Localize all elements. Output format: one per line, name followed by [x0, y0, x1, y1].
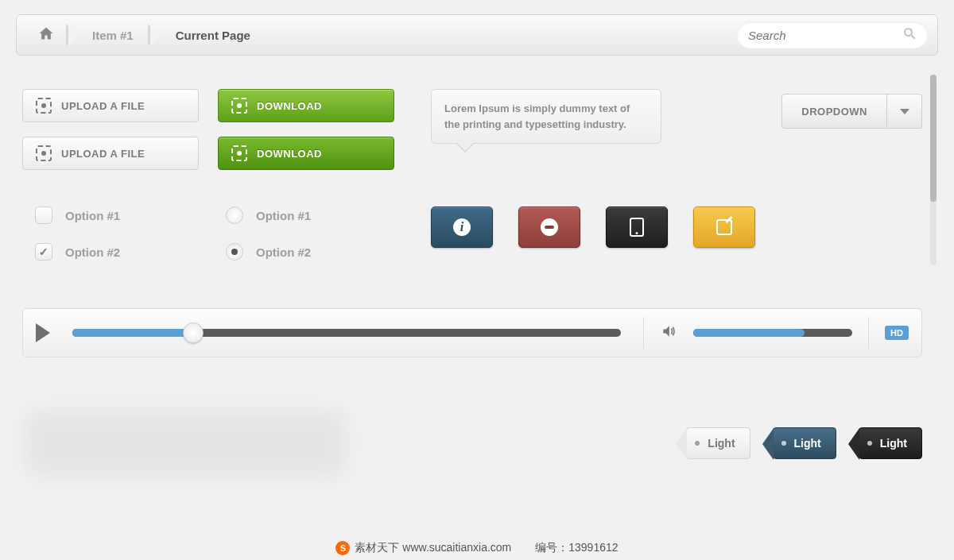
progress-knob[interactable] [183, 322, 204, 343]
checkbox-icon-checked: ✓ [35, 243, 52, 261]
breadcrumb-item[interactable]: Item #1 [86, 29, 148, 42]
upload-label-2: UPLOAD A FILE [61, 148, 145, 160]
info-icon: i [453, 218, 471, 236]
breadcrumb-home[interactable] [26, 15, 66, 55]
download-icon [231, 98, 247, 114]
progress-track[interactable] [72, 329, 621, 337]
dropdown-caret[interactable] [887, 94, 922, 129]
volume-track[interactable] [693, 329, 852, 337]
checkbox-icon [35, 207, 52, 224]
checkbox-label: Option #2 [65, 245, 120, 259]
tag-label: Light [708, 437, 735, 450]
dropdown-label: DROPDOWN [781, 94, 887, 129]
download-label-2: DOWNLOAD [257, 148, 322, 160]
breadcrumb-current: Current Page [168, 29, 258, 42]
blurred-region [27, 411, 345, 475]
checkbox-label: Option #1 [65, 209, 120, 222]
tag-dark[interactable]: Light [859, 427, 922, 459]
tag-light-1[interactable]: Light [686, 427, 750, 459]
checkbox-option-2[interactable]: ✓Option #2 [35, 243, 226, 261]
breadcrumb-bar: Item #1 Current Page [16, 14, 938, 56]
upload-label: UPLOAD A FILE [61, 100, 145, 112]
tag-label: Light [794, 437, 821, 450]
checkbox-option-1[interactable]: Option #1 [35, 207, 226, 224]
volume-fill [693, 329, 805, 337]
tablet-icon [630, 218, 644, 237]
play-icon[interactable] [36, 323, 50, 342]
scrollbar-thumb[interactable] [930, 75, 937, 202]
speaker-icon[interactable] [660, 323, 677, 343]
block-button[interactable] [518, 207, 580, 248]
radio-label: Option #1 [256, 209, 311, 222]
radio-icon-selected [226, 243, 243, 261]
progress-fill [72, 329, 193, 337]
upload-icon [36, 145, 52, 161]
tag-row: Light Light Light [686, 427, 922, 459]
search-input[interactable] [748, 29, 902, 42]
radio-option-2[interactable]: Option #2 [226, 243, 417, 261]
minus-circle-icon [541, 218, 558, 236]
svg-point-0 [905, 29, 912, 36]
home-icon [26, 25, 66, 44]
upload-icon [36, 98, 52, 114]
upload-button[interactable]: UPLOAD A FILE [22, 89, 199, 122]
download-icon [231, 145, 247, 161]
vertical-scrollbar[interactable] [930, 75, 937, 265]
tag-blue[interactable]: Light [773, 427, 836, 459]
svg-line-1 [911, 35, 915, 39]
dropdown[interactable]: DROPDOWN [781, 94, 922, 129]
footer-meta: S素材天下 www.sucaitianxia.com 编号：13991612 [0, 541, 954, 555]
tooltip-text: Lorem Ipsum is simply dummy text of the … [444, 102, 630, 130]
footer-id-label: 编号： [535, 541, 568, 554]
chevron-down-icon [900, 109, 909, 114]
tag-dot-icon [867, 441, 872, 446]
player-divider [643, 317, 644, 349]
edit-button[interactable] [693, 207, 755, 248]
site-logo-icon: S [335, 541, 350, 555]
media-player: HD [22, 308, 922, 357]
tag-dot-icon [781, 441, 786, 446]
footer-site: 素材天下 www.sucaitianxia.com [355, 541, 511, 555]
tooltip-box: Lorem Ipsum is simply dummy text of the … [431, 89, 661, 144]
search-icon [902, 26, 917, 44]
upload-button-2[interactable]: UPLOAD A FILE [22, 137, 199, 170]
tag-label: Light [880, 437, 907, 450]
content-area: UPLOAD A FILE DOWNLOAD UPLOAD A FILE DOW… [16, 70, 938, 560]
options-group: Option #1 ✓Option #2 Option #1 Option #2 [35, 207, 417, 261]
download-button-2[interactable]: DOWNLOAD [218, 137, 394, 170]
icon-button-row: i [431, 207, 755, 248]
info-button[interactable]: i [431, 207, 493, 248]
radio-label: Option #2 [256, 245, 311, 259]
download-button[interactable]: DOWNLOAD [218, 89, 394, 122]
download-label: DOWNLOAD [257, 100, 322, 112]
tag-dot-icon [695, 441, 700, 446]
player-divider-2 [868, 317, 869, 349]
radio-icon [226, 207, 243, 224]
radio-option-1[interactable]: Option #1 [226, 207, 417, 224]
hd-badge[interactable]: HD [885, 326, 909, 340]
edit-icon [716, 219, 732, 235]
search-field[interactable] [737, 21, 928, 48]
device-button[interactable] [606, 207, 668, 248]
footer-id: 13991612 [568, 541, 618, 554]
